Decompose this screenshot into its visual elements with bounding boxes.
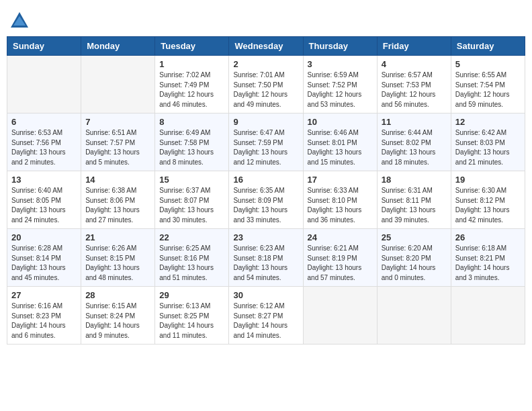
day-info: Sunrise: 6:53 AM Sunset: 7:56 PM Dayligh… — [11, 128, 77, 167]
day-number: 2 — [233, 59, 298, 69]
calendar-week-row: 13Sunrise: 6:40 AM Sunset: 8:05 PM Dayli… — [7, 171, 525, 229]
calendar-week-row: 1Sunrise: 7:02 AM Sunset: 7:49 PM Daylig… — [7, 56, 525, 113]
day-number: 22 — [159, 232, 224, 242]
calendar-table: SundayMondayTuesdayWednesdayThursdayFrid… — [7, 36, 525, 345]
day-info: Sunrise: 6:35 AM Sunset: 8:09 PM Dayligh… — [233, 186, 298, 225]
day-info: Sunrise: 6:15 AM Sunset: 8:24 PM Dayligh… — [85, 302, 150, 340]
logo-icon — [9, 11, 30, 31]
calendar-cell: 13Sunrise: 6:40 AM Sunset: 8:05 PM Dayli… — [7, 171, 81, 229]
day-info: Sunrise: 6:44 AM Sunset: 8:02 PM Dayligh… — [382, 128, 447, 167]
day-number: 7 — [85, 117, 150, 127]
weekday-header-thursday: Thursday — [303, 37, 377, 56]
logo — [9, 11, 32, 31]
day-info: Sunrise: 6:18 AM Sunset: 8:21 PM Dayligh… — [455, 244, 521, 283]
day-info: Sunrise: 6:37 AM Sunset: 8:07 PM Dayligh… — [159, 186, 224, 225]
day-number: 13 — [11, 175, 77, 185]
calendar-cell — [451, 287, 525, 345]
calendar-cell: 18Sunrise: 6:31 AM Sunset: 8:11 PM Dayli… — [377, 171, 451, 229]
day-info: Sunrise: 6:47 AM Sunset: 7:59 PM Dayligh… — [233, 128, 298, 167]
day-info: Sunrise: 6:12 AM Sunset: 8:27 PM Dayligh… — [233, 302, 298, 340]
day-number: 15 — [159, 175, 224, 185]
day-number: 23 — [233, 232, 298, 242]
day-number: 14 — [85, 175, 150, 185]
day-info: Sunrise: 6:20 AM Sunset: 8:20 PM Dayligh… — [382, 244, 447, 283]
day-number: 27 — [11, 290, 77, 300]
calendar-cell: 11Sunrise: 6:44 AM Sunset: 8:02 PM Dayli… — [377, 113, 451, 171]
day-info: Sunrise: 6:30 AM Sunset: 8:12 PM Dayligh… — [455, 186, 521, 225]
calendar-cell — [377, 287, 451, 345]
calendar-cell: 9Sunrise: 6:47 AM Sunset: 7:59 PM Daylig… — [229, 113, 303, 171]
calendar-cell: 1Sunrise: 7:02 AM Sunset: 7:49 PM Daylig… — [155, 56, 229, 113]
calendar-cell: 16Sunrise: 6:35 AM Sunset: 8:09 PM Dayli… — [229, 171, 303, 229]
day-info: Sunrise: 6:31 AM Sunset: 8:11 PM Dayligh… — [382, 186, 447, 225]
calendar-cell — [7, 56, 81, 113]
calendar-cell: 20Sunrise: 6:28 AM Sunset: 8:14 PM Dayli… — [7, 229, 81, 287]
calendar-cell: 10Sunrise: 6:46 AM Sunset: 8:01 PM Dayli… — [303, 113, 377, 171]
day-number: 3 — [308, 59, 373, 69]
day-number: 6 — [11, 117, 77, 127]
calendar-cell: 17Sunrise: 6:33 AM Sunset: 8:10 PM Dayli… — [303, 171, 377, 229]
day-number: 29 — [159, 290, 224, 300]
day-number: 5 — [455, 59, 521, 69]
day-number: 9 — [233, 117, 298, 127]
calendar-cell — [303, 287, 377, 345]
day-number: 26 — [455, 232, 521, 242]
calendar-cell: 30Sunrise: 6:12 AM Sunset: 8:27 PM Dayli… — [229, 287, 303, 345]
day-number: 1 — [159, 59, 224, 69]
day-info: Sunrise: 6:57 AM Sunset: 7:53 PM Dayligh… — [382, 71, 447, 109]
calendar-cell: 19Sunrise: 6:30 AM Sunset: 8:12 PM Dayli… — [451, 171, 525, 229]
calendar-cell: 26Sunrise: 6:18 AM Sunset: 8:21 PM Dayli… — [451, 229, 525, 287]
weekday-header-sunday: Sunday — [7, 37, 81, 56]
day-info: Sunrise: 6:59 AM Sunset: 7:52 PM Dayligh… — [308, 71, 373, 109]
calendar-cell: 21Sunrise: 6:26 AM Sunset: 8:15 PM Dayli… — [81, 229, 155, 287]
calendar-cell: 5Sunrise: 6:55 AM Sunset: 7:54 PM Daylig… — [451, 56, 525, 113]
page-header — [7, 7, 525, 31]
day-number: 21 — [85, 232, 150, 242]
calendar-cell: 14Sunrise: 6:38 AM Sunset: 8:06 PM Dayli… — [81, 171, 155, 229]
day-number: 17 — [308, 175, 373, 185]
calendar-cell: 24Sunrise: 6:21 AM Sunset: 8:19 PM Dayli… — [303, 229, 377, 287]
calendar-cell: 25Sunrise: 6:20 AM Sunset: 8:20 PM Dayli… — [377, 229, 451, 287]
calendar-cell: 7Sunrise: 6:51 AM Sunset: 7:57 PM Daylig… — [81, 113, 155, 171]
day-info: Sunrise: 6:16 AM Sunset: 8:23 PM Dayligh… — [11, 302, 77, 340]
calendar-cell: 3Sunrise: 6:59 AM Sunset: 7:52 PM Daylig… — [303, 56, 377, 113]
day-info: Sunrise: 7:02 AM Sunset: 7:49 PM Dayligh… — [159, 71, 224, 109]
calendar-week-row: 27Sunrise: 6:16 AM Sunset: 8:23 PM Dayli… — [7, 287, 525, 345]
day-info: Sunrise: 6:55 AM Sunset: 7:54 PM Dayligh… — [455, 71, 521, 109]
weekday-header-tuesday: Tuesday — [155, 37, 229, 56]
day-number: 8 — [159, 117, 224, 127]
calendar-cell: 22Sunrise: 6:25 AM Sunset: 8:16 PM Dayli… — [155, 229, 229, 287]
day-number: 18 — [382, 175, 447, 185]
day-info: Sunrise: 6:26 AM Sunset: 8:15 PM Dayligh… — [85, 244, 150, 283]
day-number: 4 — [382, 59, 447, 69]
day-number: 24 — [308, 232, 373, 242]
calendar-cell: 6Sunrise: 6:53 AM Sunset: 7:56 PM Daylig… — [7, 113, 81, 171]
day-number: 16 — [233, 175, 298, 185]
calendar-cell: 2Sunrise: 7:01 AM Sunset: 7:50 PM Daylig… — [229, 56, 303, 113]
calendar-cell: 15Sunrise: 6:37 AM Sunset: 8:07 PM Dayli… — [155, 171, 229, 229]
calendar-week-row: 20Sunrise: 6:28 AM Sunset: 8:14 PM Dayli… — [7, 229, 525, 287]
day-info: Sunrise: 6:38 AM Sunset: 8:06 PM Dayligh… — [85, 186, 150, 225]
day-number: 11 — [382, 117, 447, 127]
day-number: 28 — [85, 290, 150, 300]
calendar-week-row: 6Sunrise: 6:53 AM Sunset: 7:56 PM Daylig… — [7, 113, 525, 171]
calendar-cell: 12Sunrise: 6:42 AM Sunset: 8:03 PM Dayli… — [451, 113, 525, 171]
weekday-header-saturday: Saturday — [451, 37, 525, 56]
day-number: 12 — [455, 117, 521, 127]
calendar-cell: 23Sunrise: 6:23 AM Sunset: 8:18 PM Dayli… — [229, 229, 303, 287]
day-info: Sunrise: 6:25 AM Sunset: 8:16 PM Dayligh… — [159, 244, 224, 283]
calendar-cell — [81, 56, 155, 113]
day-info: Sunrise: 6:42 AM Sunset: 8:03 PM Dayligh… — [455, 128, 521, 167]
day-info: Sunrise: 6:49 AM Sunset: 7:58 PM Dayligh… — [159, 128, 224, 167]
day-number: 25 — [382, 232, 447, 242]
day-info: Sunrise: 6:13 AM Sunset: 8:25 PM Dayligh… — [159, 302, 224, 340]
day-number: 20 — [11, 232, 77, 242]
weekday-header-wednesday: Wednesday — [229, 37, 303, 56]
weekday-header-row: SundayMondayTuesdayWednesdayThursdayFrid… — [7, 37, 525, 56]
day-info: Sunrise: 6:28 AM Sunset: 8:14 PM Dayligh… — [11, 244, 77, 283]
day-info: Sunrise: 6:51 AM Sunset: 7:57 PM Dayligh… — [85, 128, 150, 167]
day-info: Sunrise: 6:21 AM Sunset: 8:19 PM Dayligh… — [308, 244, 373, 283]
day-info: Sunrise: 7:01 AM Sunset: 7:50 PM Dayligh… — [233, 71, 298, 109]
day-number: 10 — [308, 117, 373, 127]
calendar-cell: 28Sunrise: 6:15 AM Sunset: 8:24 PM Dayli… — [81, 287, 155, 345]
